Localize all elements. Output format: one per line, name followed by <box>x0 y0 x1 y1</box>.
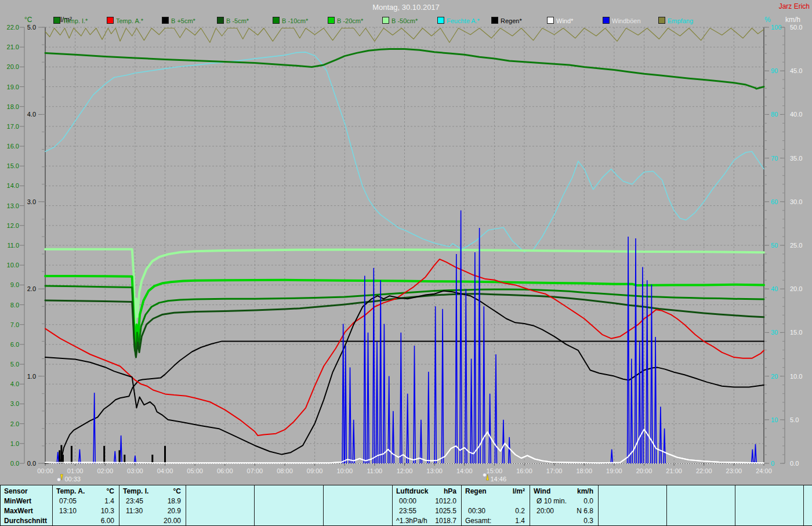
svg-text:45.0: 45.0 <box>790 67 802 74</box>
table-column-divider <box>461 485 462 525</box>
svg-text:24:00: 24:00 <box>756 467 772 474</box>
table-column-divider <box>666 485 667 525</box>
table-column-divider <box>392 485 393 525</box>
svg-text:0.0: 0.0 <box>27 460 36 467</box>
axis-rain-lm2: 0.01.02.03.04.05.0 <box>27 24 45 467</box>
svg-text:4.0: 4.0 <box>10 380 19 387</box>
svg-text:08:00: 08:00 <box>277 467 293 474</box>
table-min-time: 07:05 <box>59 496 77 506</box>
table-row-label: MaxWert <box>4 506 33 516</box>
svg-text:22.0: 22.0 <box>7 24 19 31</box>
svg-text:6.0: 6.0 <box>10 341 19 348</box>
svg-text:00:00: 00:00 <box>37 467 53 474</box>
table-sensor-name: Temp. I. <box>123 487 148 496</box>
daily-stats-table: SensorMinWertMaxWertDurchschnittTemp. A.… <box>0 485 812 526</box>
time-marker-moon-set: 00:33 <box>57 474 81 483</box>
table-sensor-name: Regen <box>465 487 487 496</box>
svg-text:35.0: 35.0 <box>790 155 802 162</box>
table-avg-value: 6.00 <box>101 516 114 526</box>
svg-text:10.0: 10.0 <box>7 262 19 269</box>
svg-text:15:00: 15:00 <box>487 467 503 474</box>
table-column-divider <box>186 485 186 525</box>
series-temp_i <box>45 49 764 89</box>
svg-text:2.0: 2.0 <box>27 285 36 292</box>
table-sensor-unit: km/h <box>577 487 593 496</box>
table-column-divider <box>530 485 530 525</box>
table-max-value: N 6.8 <box>577 506 593 516</box>
svg-text:11:00: 11:00 <box>367 467 383 474</box>
svg-text:0.0: 0.0 <box>790 460 799 467</box>
series-regen-bars <box>59 445 166 463</box>
svg-text:70: 70 <box>771 155 778 162</box>
axis-time: 00:0001:0002:0003:0004:0005:0006:0007:00… <box>37 463 772 474</box>
table-max-time: 11:30 <box>126 506 143 516</box>
table-sensor-name: Temp. A. <box>56 487 85 496</box>
svg-text:17:00: 17:00 <box>546 467 563 474</box>
svg-text:100: 100 <box>771 24 781 31</box>
axis-temp-c: 0.01.02.03.04.05.06.07.08.09.010.011.012… <box>7 24 24 467</box>
svg-text:30: 30 <box>771 329 778 336</box>
svg-text:21.0: 21.0 <box>7 43 19 50</box>
svg-text:5.0: 5.0 <box>790 416 799 423</box>
svg-text:40.0: 40.0 <box>790 111 802 118</box>
svg-text:40: 40 <box>771 285 778 292</box>
svg-text:11.0: 11.0 <box>7 242 19 249</box>
series-feuchte_a <box>45 52 764 252</box>
weather-chart-window: Montag, 30.10.2017 Jarz Erich °C l/m² % … <box>0 0 812 526</box>
svg-text:14.0: 14.0 <box>7 182 19 189</box>
svg-text:10: 10 <box>771 416 778 423</box>
table-max-time: 00:30 <box>468 506 485 516</box>
svg-text:02:00: 02:00 <box>97 467 113 474</box>
svg-text:09:00: 09:00 <box>307 467 323 474</box>
svg-text:90: 90 <box>771 67 778 74</box>
table-sensor-name: Wind <box>534 487 550 496</box>
axis-wind-kmh: 0.05.010.015.020.025.030.035.040.045.050… <box>780 24 802 467</box>
series-windboen <box>57 211 756 463</box>
table-column-divider <box>254 485 255 525</box>
svg-text:03:00: 03:00 <box>127 467 143 474</box>
table-column-divider <box>803 485 804 525</box>
svg-text:25.0: 25.0 <box>790 242 802 249</box>
table-sensor-unit: °C <box>173 487 181 496</box>
time-marker-moon-rise: 14:46 <box>483 473 507 483</box>
table-min-time: 23:45 <box>126 496 143 506</box>
table-max-value: 20.9 <box>168 506 181 516</box>
svg-text:21:00: 21:00 <box>666 467 682 474</box>
svg-text:10.0: 10.0 <box>790 373 802 380</box>
table-row-label: MinWert <box>4 496 31 506</box>
table-max-time: 23:55 <box>399 506 416 516</box>
svg-text:12.0: 12.0 <box>7 222 19 229</box>
svg-text:01:00: 01:00 <box>67 467 84 474</box>
svg-text:06:00: 06:00 <box>217 467 233 474</box>
svg-text:13.0: 13.0 <box>7 202 19 209</box>
svg-text:10:00: 10:00 <box>336 467 353 474</box>
svg-text:50: 50 <box>771 242 778 249</box>
svg-text:0.0: 0.0 <box>10 460 19 467</box>
svg-text:20.0: 20.0 <box>790 285 802 292</box>
table-avg-label: Gesamt: <box>465 516 491 526</box>
table-max-time: 20:00 <box>536 506 554 516</box>
table-row-label: Durchschnitt <box>4 516 47 526</box>
table-max-value: 1025.5 <box>435 506 456 516</box>
svg-text:20: 20 <box>771 373 778 380</box>
table-sensor-unit: l/m² <box>513 487 525 496</box>
svg-text:23:00: 23:00 <box>726 467 742 474</box>
svg-text:07:00: 07:00 <box>247 467 263 474</box>
table-column-divider <box>119 485 119 525</box>
svg-text:00:33: 00:33 <box>64 476 81 483</box>
svg-text:1.0: 1.0 <box>27 373 36 380</box>
table-min-value: 1.4 <box>104 496 114 506</box>
table-min-value: 0.0 <box>583 496 593 506</box>
svg-text:7.0: 7.0 <box>10 321 19 328</box>
table-avg-value: 1018.7 <box>435 516 456 526</box>
table-min-value: 1012.0 <box>435 496 456 506</box>
svg-text:20.0: 20.0 <box>7 63 19 70</box>
svg-text:2.0: 2.0 <box>10 420 19 427</box>
table-max-time: 13:10 <box>59 506 77 516</box>
svg-text:22:00: 22:00 <box>696 467 712 474</box>
svg-text:12:00: 12:00 <box>397 467 413 474</box>
svg-text:9.0: 9.0 <box>10 281 19 288</box>
svg-text:60: 60 <box>771 198 778 205</box>
svg-text:50.0: 50.0 <box>790 24 802 31</box>
table-max-value: 0.2 <box>515 506 525 516</box>
